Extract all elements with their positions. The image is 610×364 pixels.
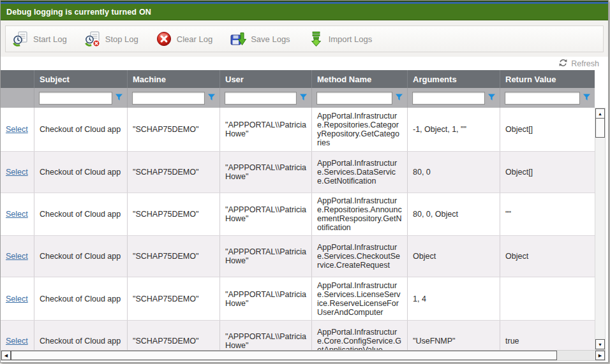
grid-rows-viewport: Select Checkout of Cloud app "SCHAP75DEM… [1, 108, 595, 350]
filter-cell-select [1, 88, 34, 108]
funnel-icon [207, 93, 216, 103]
user-cell: "APPPORTAL\\PatriciaHowe" [220, 152, 312, 193]
filter-input-return-value[interactable] [505, 92, 580, 105]
select-link[interactable]: Select [6, 210, 28, 219]
scroll-down-button[interactable]: ▼ [595, 339, 605, 349]
filter-input-method-name[interactable] [316, 92, 392, 105]
import-logs-icon [308, 31, 324, 47]
save-logs-button[interactable]: Save Logs [230, 31, 290, 47]
user-cell: "APPPORTAL\\PatriciaHowe" [220, 321, 312, 350]
horizontal-scrollbar-track[interactable] [11, 351, 595, 360]
select-link[interactable]: Select [6, 168, 28, 177]
funnel-icon [115, 93, 123, 103]
table-row: Select Checkout of Cloud app "SCHAP75DEM… [1, 152, 595, 193]
filter-button-machine[interactable] [205, 92, 218, 105]
stop-log-label: Stop Log [105, 34, 138, 44]
filter-button-user[interactable] [297, 92, 309, 105]
banner-text: Debug logging is currently turned [6, 8, 137, 17]
header-user[interactable]: User [220, 70, 312, 88]
vertical-scrollbar-track[interactable] [595, 138, 605, 339]
select-link[interactable]: Select [6, 252, 28, 261]
arguments-cell: -1, Object, 1, "" [408, 108, 500, 151]
table-row: Select Checkout of Cloud app "SCHAP75DEM… [1, 108, 595, 152]
triangle-down-icon: ▼ [598, 342, 602, 347]
machine-cell: "SCHAP75DEMO" [128, 152, 220, 193]
import-logs-label: Import Logs [329, 34, 373, 44]
debug-status-banner: Debug logging is currently turned ON [1, 4, 608, 20]
filter-cell-subject [34, 88, 128, 108]
table-row: Select Checkout of Cloud app "SCHAP75DEM… [1, 321, 595, 350]
grid-actions-bar: Refresh [1, 57, 608, 70]
machine-cell: "SCHAP75DEMO" [128, 108, 220, 151]
scroll-up-button[interactable]: ▲ [595, 108, 605, 119]
funnel-icon [583, 93, 591, 103]
filter-cell-machine [128, 88, 220, 108]
start-log-button[interactable]: Start Log [12, 31, 67, 47]
save-logs-label: Save Logs [251, 34, 290, 44]
method-name-cell: AppPortal.Infrastructure.Services.Licens… [312, 277, 408, 320]
arguments-cell: 80, 0 [408, 152, 500, 193]
return-value-cell: true [500, 321, 595, 350]
log-toolbar: Start Log Stop Log [5, 25, 604, 52]
table-row: Select Checkout of Cloud app "SCHAP75DEM… [1, 236, 595, 277]
table-row: Select Checkout of Cloud app "SCHAP75DEM… [1, 277, 595, 321]
save-logs-icon [230, 31, 246, 47]
subject-cell: Checkout of Cloud app [34, 236, 128, 277]
horizontal-scrollbar-thumb[interactable] [11, 351, 557, 360]
import-logs-button[interactable]: Import Logs [308, 31, 373, 47]
return-value-cell: "" [500, 193, 595, 235]
funnel-icon [395, 93, 403, 103]
header-arguments[interactable]: Arguments [408, 70, 500, 88]
header-machine[interactable]: Machine [128, 70, 220, 88]
scroll-right-button[interactable]: ▶ [595, 351, 605, 360]
filter-input-user[interactable] [225, 92, 297, 105]
filter-cell-method-name [312, 88, 408, 108]
triangle-up-icon: ▲ [598, 112, 602, 116]
clear-log-label: Clear Log [177, 34, 212, 44]
filter-button-subject[interactable] [112, 92, 125, 105]
filter-button-return-value[interactable] [580, 92, 593, 105]
subject-cell: Checkout of Cloud app [34, 277, 128, 320]
header-return-value[interactable]: Return Value [500, 70, 595, 88]
filter-button-method-name[interactable] [392, 92, 405, 105]
filter-cell-arguments [408, 88, 500, 108]
grid-header-row: Subject Machine User Method Name Argumen… [1, 70, 595, 88]
filter-input-machine[interactable] [132, 92, 205, 105]
method-name-cell: AppPortal.Infrastructure.Services.Checko… [312, 236, 408, 277]
subject-cell: Checkout of Cloud app [34, 152, 128, 193]
user-cell: "APPPORTAL\\PatriciaHowe" [220, 108, 312, 151]
triangle-right-icon: ▶ [599, 353, 602, 358]
machine-cell: "SCHAP75DEMO" [128, 321, 220, 350]
filter-cell-return-value [500, 88, 595, 108]
machine-cell: "SCHAP75DEMO" [128, 236, 220, 277]
scroll-left-button[interactable]: ◀ [1, 351, 11, 360]
header-method-name[interactable]: Method Name [312, 70, 408, 88]
method-name-cell: AppPortal.Infrastructure.Services.DataSe… [312, 152, 408, 193]
select-link[interactable]: Select [6, 125, 28, 134]
machine-cell: "SCHAP75DEMO" [128, 277, 220, 320]
horizontal-scrollbar[interactable]: ◀ ▶ [1, 350, 606, 361]
clear-log-button[interactable]: Clear Log [156, 31, 212, 47]
return-value-cell: Object [500, 236, 595, 277]
stop-log-button[interactable]: Stop Log [84, 31, 138, 47]
return-value-cell [500, 277, 595, 320]
filter-button-arguments[interactable] [485, 92, 498, 105]
log-grid: Subject Machine User Method Name Argumen… [1, 70, 608, 350]
filter-input-subject[interactable] [39, 92, 112, 105]
arguments-cell: "UseFNMP" [408, 321, 500, 350]
method-name-cell: AppPortal.Infrastructure.Repositories.An… [312, 193, 408, 235]
vertical-scrollbar[interactable]: ▲ ▼ [595, 108, 606, 350]
stop-log-icon [84, 31, 101, 47]
method-name-cell: AppPortal.Infrastructure.Repositories.Ca… [312, 108, 408, 151]
subject-cell: Checkout of Cloud app [34, 108, 128, 151]
select-link[interactable]: Select [6, 337, 28, 346]
header-subject[interactable]: Subject [34, 70, 128, 88]
return-value-cell: Object[] [500, 108, 595, 151]
filter-input-arguments[interactable] [412, 92, 485, 105]
arguments-cell: Object [408, 236, 500, 277]
triangle-left-icon: ◀ [4, 353, 8, 358]
refresh-button[interactable]: Refresh [559, 59, 599, 69]
subject-cell: Checkout of Cloud app [34, 193, 128, 235]
select-link[interactable]: Select [6, 295, 28, 303]
vertical-scrollbar-thumb[interactable] [595, 119, 605, 138]
